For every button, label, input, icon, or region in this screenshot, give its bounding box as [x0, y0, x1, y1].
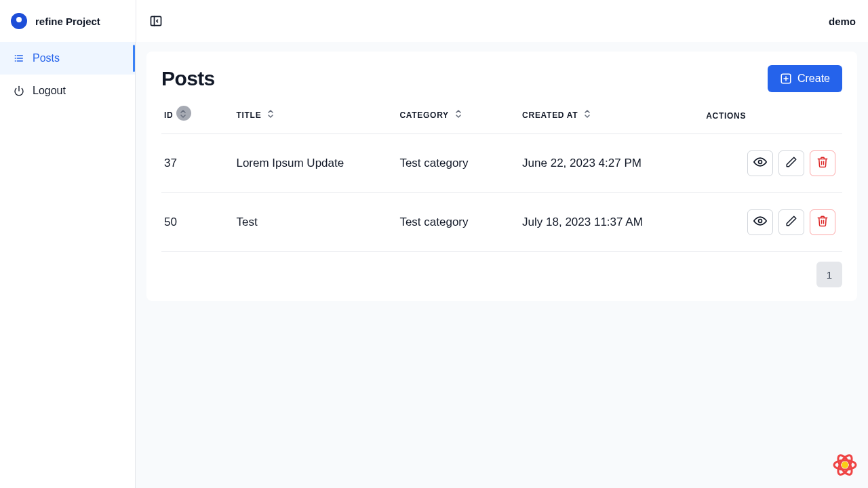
page-title: Posts	[161, 67, 215, 90]
pencil-icon	[785, 156, 797, 171]
sort-icon	[583, 109, 591, 121]
sidebar-item-label: Posts	[33, 52, 60, 64]
sidebar: Posts Logout	[0, 42, 136, 488]
current-user: demo	[829, 16, 868, 27]
view-button[interactable]	[747, 209, 773, 235]
page-header: Posts Create	[161, 65, 842, 92]
react-query-devtools-icon	[831, 451, 859, 479]
sidebar-item-logout[interactable]: Logout	[0, 75, 135, 107]
cell-created-at: June 22, 2023 4:27 PM	[522, 134, 706, 193]
cell-title: Test	[236, 193, 399, 252]
svg-point-5	[15, 56, 16, 56]
create-button-label: Create	[797, 73, 830, 85]
collapse-sidebar-icon	[149, 14, 163, 28]
eye-icon	[753, 155, 767, 172]
edit-button[interactable]	[778, 209, 804, 235]
power-icon	[14, 85, 24, 96]
column-header-actions: ACTIONS	[706, 98, 842, 134]
view-button[interactable]	[747, 150, 773, 176]
svg-point-6	[15, 58, 16, 59]
create-button[interactable]: Create	[768, 65, 842, 92]
cell-category: Test category	[399, 134, 522, 193]
table-row: 50TestTest categoryJuly 18, 2023 11:37 A…	[161, 193, 842, 252]
trash-icon	[816, 156, 829, 171]
cell-actions	[706, 193, 842, 252]
brand: refine Project	[0, 13, 136, 29]
svg-point-7	[15, 61, 16, 62]
column-header-title[interactable]: TITLE	[236, 98, 399, 134]
page-number[interactable]: 1	[816, 262, 842, 287]
cell-actions	[706, 134, 842, 193]
sidebar-item-label: Logout	[33, 85, 66, 97]
logo-icon	[11, 13, 27, 29]
cell-created-at: July 18, 2023 11:37 AM	[522, 193, 706, 252]
topbar: refine Project demo	[0, 0, 868, 42]
divider	[136, 0, 136, 42]
column-header-id[interactable]: ID	[161, 98, 236, 134]
posts-table: ID TITLE CATEGORY	[161, 98, 842, 252]
plus-square-icon	[780, 73, 792, 85]
delete-button[interactable]	[810, 150, 835, 176]
cursor-indicator	[176, 106, 191, 121]
pencil-icon	[785, 215, 797, 230]
app-title: refine Project	[35, 16, 100, 27]
sidebar-item-posts[interactable]: Posts	[0, 42, 135, 75]
list-icon	[14, 53, 24, 64]
collapse-sidebar-button[interactable]	[148, 13, 164, 29]
delete-button[interactable]	[810, 209, 835, 235]
table-row: 37Lorem Ipsum UpdateTest categoryJune 22…	[161, 134, 842, 193]
column-header-created-at[interactable]: CREATED AT	[522, 98, 706, 134]
column-header-category[interactable]: CATEGORY	[399, 98, 522, 134]
sort-icon	[267, 109, 275, 121]
react-query-devtools-button[interactable]	[831, 451, 859, 479]
cell-title: Lorem Ipsum Update	[236, 134, 399, 193]
content-card: Posts Create ID TITLE	[146, 52, 857, 301]
edit-button[interactable]	[778, 150, 804, 176]
svg-point-17	[842, 462, 848, 468]
main: Posts Create ID TITLE	[136, 42, 868, 488]
cell-id: 37	[161, 134, 236, 193]
sort-icon	[454, 109, 462, 121]
cell-id: 50	[161, 193, 236, 252]
eye-icon	[753, 214, 767, 231]
trash-icon	[816, 215, 829, 230]
pagination: 1	[161, 262, 842, 287]
svg-point-12	[759, 160, 762, 163]
svg-point-13	[759, 219, 762, 222]
cell-category: Test category	[399, 193, 522, 252]
